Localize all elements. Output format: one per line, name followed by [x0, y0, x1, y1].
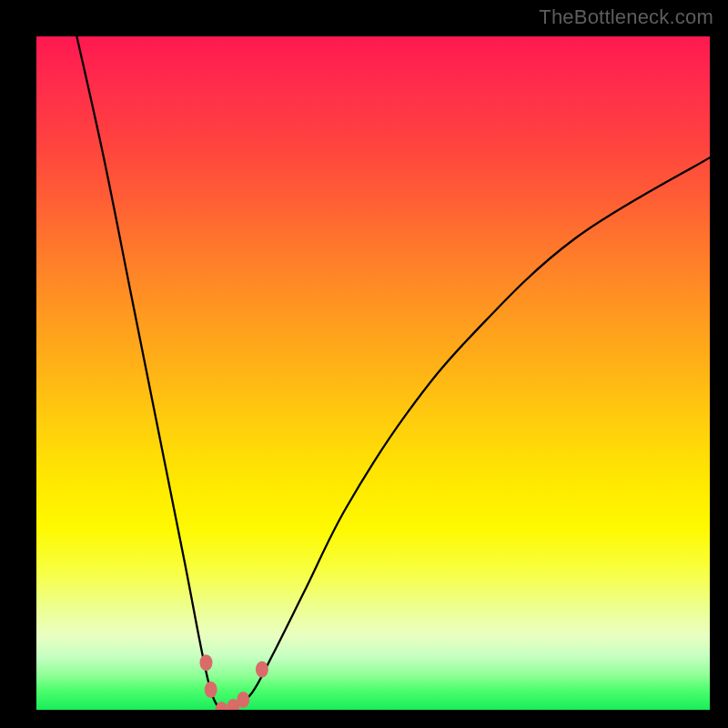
- marker-right-shoulder: [256, 662, 268, 678]
- chart-frame: TheBottleneck.com: [0, 0, 728, 728]
- bottleneck-curve: [76, 36, 710, 710]
- curve-layer: [36, 36, 710, 710]
- plot-area: [36, 36, 710, 710]
- marker-right-shoulder-lower: [237, 692, 249, 708]
- watermark-text: TheBottleneck.com: [539, 5, 713, 29]
- marker-left-shoulder-lower: [205, 682, 217, 698]
- marker-left-shoulder: [199, 654, 212, 671]
- marker-trough-left: [216, 702, 228, 710]
